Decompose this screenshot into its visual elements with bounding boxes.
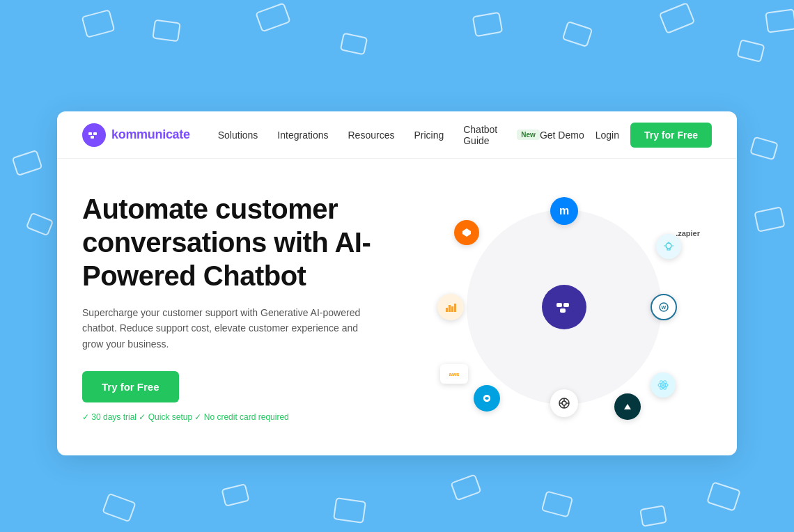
deco-card <box>472 12 504 37</box>
nav-chatbot-guide-label: Chatbot Guide <box>463 124 513 146</box>
center-logo <box>542 285 586 329</box>
svg-rect-9 <box>451 306 453 312</box>
deco-card <box>736 39 765 63</box>
salesforce-icon <box>474 385 500 412</box>
aws-icon: aws <box>440 364 468 384</box>
hero-title: Automate customer conversations with AI-… <box>82 192 403 292</box>
deco-card <box>541 490 573 517</box>
svg-rect-10 <box>454 304 456 312</box>
deco-card <box>754 206 785 233</box>
deco-card <box>255 2 291 32</box>
deco-card <box>639 505 667 527</box>
nav-actions: Get Demo Login Try for Free <box>540 123 712 148</box>
nav-integrations[interactable]: Integrations <box>277 130 328 141</box>
try-free-hero-button[interactable]: Try for Free <box>82 371 179 402</box>
deco-card <box>706 481 741 511</box>
zendesk-icon <box>614 393 641 420</box>
deco-card <box>81 9 116 38</box>
deco-card <box>333 497 366 524</box>
deco-card <box>152 19 181 42</box>
nav-pricing[interactable]: Pricing <box>414 130 444 141</box>
svg-text:W: W <box>662 305 667 310</box>
navbar: kommunicate Solutions Integrations Resou… <box>57 111 737 159</box>
deco-card <box>659 2 696 34</box>
trust-text: ✓ 30 days trial ✓ Quick setup ✓ No credi… <box>82 412 289 422</box>
svg-rect-4 <box>563 303 569 307</box>
nav-links: Solutions Integrations Resources Pricing… <box>218 124 540 146</box>
deco-card <box>221 483 249 507</box>
openai-icon <box>550 389 578 417</box>
trust-badges: ✓ 30 days trial ✓ Quick setup ✓ No credi… <box>82 412 403 422</box>
deco-card <box>450 474 481 501</box>
get-demo-button[interactable]: Get Demo <box>540 130 584 141</box>
bulb-icon <box>656 234 681 259</box>
deco-card <box>765 8 794 33</box>
deco-card <box>562 21 593 47</box>
logo-icon <box>82 123 106 147</box>
logo[interactable]: kommunicate <box>82 123 190 147</box>
deco-card <box>340 33 368 56</box>
messenger-icon: m <box>550 197 578 225</box>
login-button[interactable]: Login <box>596 130 619 141</box>
svg-rect-5 <box>560 308 566 313</box>
hero-section: Automate customer conversations with AI-… <box>57 159 737 455</box>
svg-point-20 <box>662 384 664 386</box>
svg-point-12 <box>562 401 566 405</box>
svg-rect-7 <box>446 308 448 312</box>
nav-chatbot-guide[interactable]: Chatbot Guide New <box>463 124 540 146</box>
orbit-circle: m .zapier <box>467 210 662 405</box>
main-card: kommunicate Solutions Integrations Resou… <box>57 111 737 455</box>
deco-card <box>102 493 137 523</box>
react-icon <box>651 373 676 398</box>
deco-card <box>26 212 54 237</box>
svg-rect-0 <box>88 132 92 135</box>
svg-rect-8 <box>449 305 451 312</box>
logo-text: kommunicate <box>111 127 190 142</box>
svg-rect-1 <box>93 132 97 135</box>
try-free-nav-button[interactable]: Try for Free <box>630 123 712 148</box>
svg-rect-2 <box>91 136 94 139</box>
deco-card <box>12 150 43 176</box>
nav-solutions[interactable]: Solutions <box>218 130 258 141</box>
hero-subtitle: Supercharge your customer support with G… <box>82 305 361 352</box>
hero-content: Automate customer conversations with AI-… <box>82 192 417 422</box>
new-badge: New <box>517 130 540 140</box>
nav-resources[interactable]: Resources <box>348 130 395 141</box>
svg-point-23 <box>666 243 671 249</box>
deco-card <box>749 136 779 161</box>
svg-rect-3 <box>556 303 562 307</box>
barchart-icon <box>437 294 464 320</box>
zapier-label: .zapier <box>676 229 700 237</box>
hero-visual: m .zapier <box>417 196 712 418</box>
svg-marker-6 <box>462 228 471 237</box>
dialogflow-icon <box>454 220 479 245</box>
wordpress-icon: W <box>651 294 677 320</box>
